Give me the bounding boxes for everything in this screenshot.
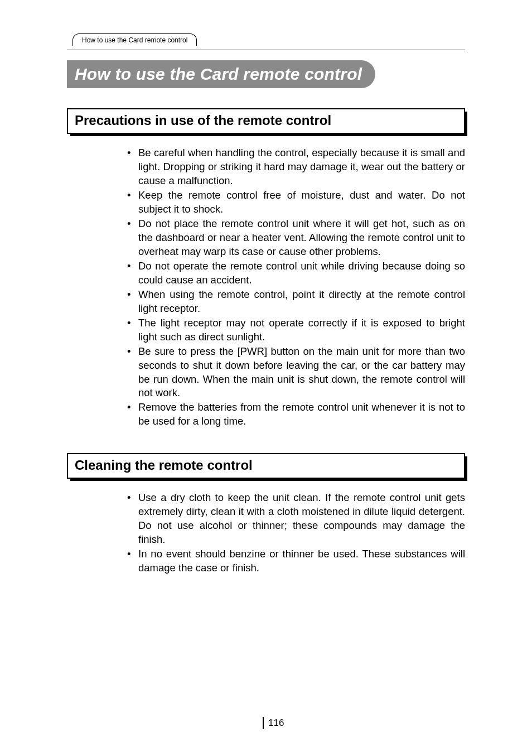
list-item: The light receptor may not operate corre… — [127, 316, 465, 344]
list-item: Do not place the remote control unit whe… — [127, 217, 465, 259]
page-title-text: How to use the Card remote control — [75, 65, 362, 83]
list-item: Do not operate the remote control unit w… — [127, 259, 465, 287]
page-title: How to use the Card remote control — [67, 60, 375, 88]
breadcrumb-tab: How to use the Card remote control — [72, 33, 197, 46]
bullet-list: Use a dry cloth to keep the unit clean. … — [67, 491, 465, 575]
list-item: Keep the remote control free of moisture… — [127, 189, 465, 216]
list-item: Be sure to press the [PWR] button on the… — [127, 345, 465, 401]
list-item: Remove the batteries from the remote con… — [127, 401, 465, 428]
section-heading-box: Precautions in use of the remote control — [67, 108, 465, 134]
section-heading: Cleaning the remote control — [75, 458, 457, 473]
breadcrumb-underline — [67, 50, 465, 50]
section-precautions: Precautions in use of the remote control… — [67, 108, 465, 428]
list-item: In no event should benzine or thinner be… — [127, 547, 465, 575]
breadcrumb-tab-container: How to use the Card remote control — [67, 33, 465, 50]
section-cleaning: Cleaning the remote control Use a dry cl… — [67, 453, 465, 575]
bullet-list: Be careful when handling the control, es… — [67, 146, 465, 428]
list-item: Use a dry cloth to keep the unit clean. … — [127, 491, 465, 547]
section-heading-box: Cleaning the remote control — [67, 453, 465, 479]
breadcrumb-tab-label: How to use the Card remote control — [82, 36, 187, 44]
list-item: When using the remote control, point it … — [127, 288, 465, 316]
section-heading: Precautions in use of the remote control — [75, 113, 457, 128]
page-number: 116 — [263, 717, 284, 729]
list-item: Be careful when handling the control, es… — [127, 146, 465, 188]
